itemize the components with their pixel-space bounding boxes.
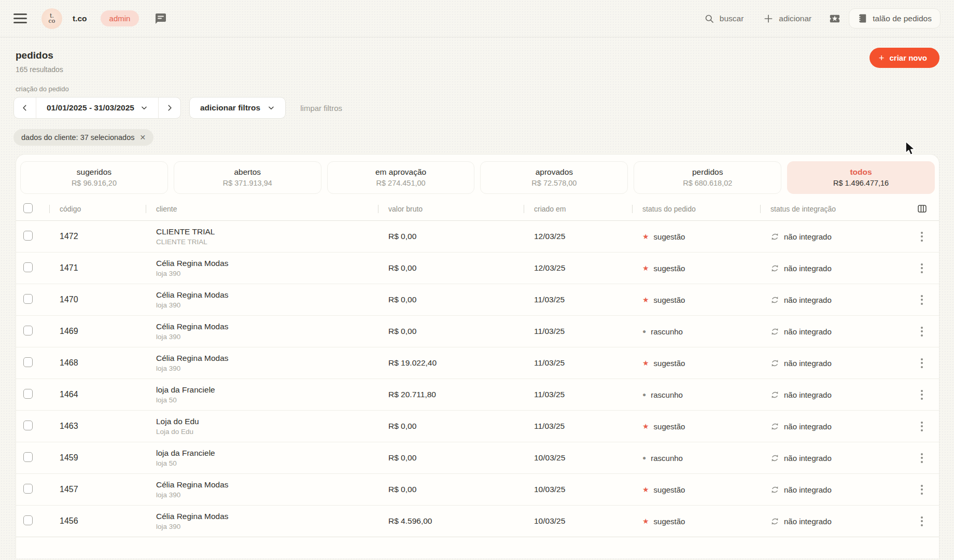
table-row[interactable]: 1469 Célia Regina Modas loja 390 R$ 0,00… [16, 316, 939, 347]
search-button[interactable]: buscar [704, 13, 744, 24]
row-checkbox[interactable] [23, 357, 33, 367]
created-at: 10/03/25 [524, 453, 632, 463]
row-checkbox[interactable] [23, 262, 33, 272]
row-menu-button[interactable] [918, 292, 926, 308]
chat-button[interactable] [155, 12, 167, 25]
summary-card-value: R$ 371.913,94 [178, 179, 317, 187]
plus-icon [763, 13, 774, 24]
select-all-checkbox[interactable] [23, 203, 33, 213]
sync-icon [770, 454, 779, 463]
brand-logo[interactable]: t. co [41, 8, 62, 29]
table-row[interactable]: 1457 Célia Regina Modas loja 390 R$ 0,00… [16, 474, 939, 506]
summary-card-value: R$ 274.451,00 [332, 179, 470, 187]
next-period-button[interactable] [159, 97, 180, 118]
client-name: loja da Franciele [156, 449, 378, 458]
previous-period-button[interactable] [14, 97, 36, 118]
order-code: 1468 [49, 358, 146, 368]
row-checkbox[interactable] [23, 484, 33, 494]
summary-cards: sugeridos R$ 96.916,20 abertos R$ 371.91… [20, 161, 935, 194]
created-at: 10/03/25 [524, 485, 632, 494]
search-icon [704, 13, 714, 24]
created-at: 11/03/25 [524, 327, 632, 336]
client-name: loja da Franciele [156, 385, 378, 395]
table-row[interactable]: 1468 Célia Regina Modas loja 390 R$ 19.0… [16, 347, 939, 379]
order-code: 1464 [49, 390, 146, 399]
row-menu-button[interactable] [918, 482, 926, 498]
add-filters-button[interactable]: adicionar filtros [189, 97, 286, 119]
sync-icon [770, 264, 779, 273]
column-settings-button[interactable] [905, 203, 939, 214]
client-subtitle: loja 390 [156, 365, 378, 372]
table-row[interactable]: 1471 Célia Regina Modas loja 390 R$ 0,00… [16, 253, 939, 284]
gross-value: R$ 0,00 [378, 232, 524, 241]
order-code: 1470 [49, 295, 146, 304]
row-menu-button[interactable] [918, 513, 926, 529]
summary-card-value: R$ 680.618,02 [638, 179, 777, 187]
filter-section-label: criação do pedido [16, 85, 954, 93]
summary-card[interactable]: abertos R$ 371.913,94 [174, 161, 321, 194]
table-row[interactable]: 1463 Loja do Edu Loja do Edu R$ 0,00 11/… [16, 411, 939, 442]
row-checkbox[interactable] [23, 421, 33, 430]
admin-badge[interactable]: admin [101, 10, 139, 26]
row-menu-button[interactable] [918, 387, 926, 403]
row-checkbox[interactable] [23, 326, 33, 335]
gross-value: R$ 0,00 [378, 327, 524, 336]
created-at: 11/03/25 [524, 358, 632, 368]
filter-chip-client-data[interactable]: dados do cliente: 37 selecionados ✕ [13, 129, 153, 146]
row-menu-button[interactable] [918, 450, 926, 466]
column-header-gross-value[interactable]: valor bruto [378, 205, 524, 213]
order-status-label: sugestão [654, 296, 685, 304]
summary-card[interactable]: aprovados R$ 72.578,00 [480, 161, 628, 194]
summary-card[interactable]: todos R$ 1.496.477,16 [787, 161, 935, 194]
order-status-label: sugestão [654, 517, 685, 526]
row-menu-button[interactable] [918, 355, 926, 371]
row-checkbox[interactable] [23, 294, 33, 304]
column-header-order-status[interactable]: status do pedido [632, 205, 760, 213]
favorites-button[interactable] [829, 13, 840, 24]
summary-card[interactable]: em aprovação R$ 274.451,00 [327, 161, 475, 194]
hamburger-menu-icon[interactable] [13, 13, 27, 23]
column-header-client[interactable]: cliente [146, 205, 378, 213]
clear-filters-link[interactable]: limpar filtros [300, 104, 342, 113]
client-name: Célia Regina Modas [156, 512, 378, 521]
table-row[interactable]: 1459 loja da Franciele loja 50 R$ 0,00 1… [16, 442, 939, 474]
star-icon: ★ [642, 233, 649, 240]
topbar: t. co t.co admin buscar adicionar [0, 0, 954, 37]
integration-status-label: não integrado [784, 485, 832, 494]
column-header-code[interactable]: código [49, 205, 146, 213]
create-new-button[interactable]: + criar novo [869, 48, 939, 68]
date-range-dropdown[interactable]: 01/01/2025 - 31/03/2025 [36, 97, 159, 118]
order-code: 1471 [49, 263, 146, 273]
client-name: Loja do Edu [156, 417, 378, 426]
sync-icon [770, 422, 779, 431]
orders-panel: sugeridos R$ 96.916,20 abertos R$ 371.91… [16, 154, 939, 558]
created-at: 11/03/25 [524, 422, 632, 431]
table-row[interactable]: 1470 Célia Regina Modas loja 390 R$ 0,00… [16, 284, 939, 316]
row-menu-button[interactable] [918, 324, 926, 340]
order-book-button[interactable]: talão de pedidos [849, 8, 941, 29]
row-checkbox[interactable] [23, 231, 33, 241]
summary-card[interactable]: perdidos R$ 680.618,02 [634, 161, 781, 194]
row-checkbox[interactable] [23, 515, 33, 525]
star-icon: ★ [642, 486, 649, 493]
row-checkbox[interactable] [23, 389, 33, 399]
table-row[interactable]: 1464 loja da Franciele loja 50 R$ 20.711… [16, 379, 939, 411]
column-header-created-at[interactable]: criado em [524, 205, 632, 213]
add-button[interactable]: adicionar [763, 13, 811, 24]
client-name: Célia Regina Modas [156, 322, 378, 331]
summary-card-label: aprovados [485, 167, 623, 177]
order-status-label: rascunho [651, 454, 683, 463]
column-header-integration-status[interactable]: status de integração [760, 205, 905, 213]
chip-close-icon[interactable]: ✕ [139, 133, 146, 142]
row-menu-button[interactable] [918, 418, 926, 435]
summary-card-label: em aprovação [332, 167, 470, 177]
table-row[interactable]: 1456 Célia Regina Modas loja 390 R$ 4.59… [16, 506, 939, 537]
row-menu-button[interactable] [918, 260, 926, 276]
order-code: 1459 [49, 453, 146, 463]
integration-status-label: não integrado [784, 390, 832, 399]
table-body: 1472 CLIENTE TRIAL CLIENTE TRIAL R$ 0,00… [16, 221, 939, 537]
row-menu-button[interactable] [918, 229, 926, 245]
row-checkbox[interactable] [23, 452, 33, 462]
summary-card[interactable]: sugeridos R$ 96.916,20 [20, 161, 168, 194]
table-row[interactable]: 1472 CLIENTE TRIAL CLIENTE TRIAL R$ 0,00… [16, 221, 939, 253]
